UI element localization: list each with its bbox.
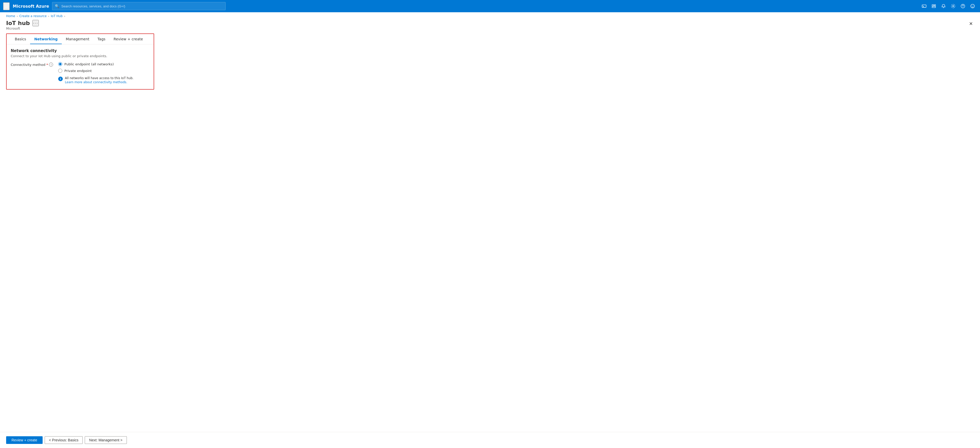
svg-rect-1 <box>932 5 934 6</box>
svg-point-9 <box>973 6 974 6</box>
svg-point-8 <box>972 6 972 6</box>
notifications-button[interactable] <box>939 2 948 10</box>
radio-input-private[interactable] <box>58 69 62 73</box>
breadcrumb-sep-3: › <box>64 14 65 18</box>
radio-label-public: Public endpoint (all networks) <box>64 62 114 66</box>
page-header-left: IoT hub ··· Microsoft <box>6 20 39 30</box>
radio-input-public[interactable] <box>58 62 62 66</box>
networking-panel: Basics Networking Management Tags Review… <box>6 33 154 89</box>
tab-management[interactable]: Management <box>62 34 94 44</box>
search-input[interactable] <box>61 4 223 8</box>
svg-point-6 <box>963 7 963 8</box>
tab-review-create[interactable]: Review + create <box>110 34 147 44</box>
page-header: IoT hub ··· Microsoft ✕ <box>0 19 980 32</box>
topbar: ☰ Microsoft Azure 🔍 <box>0 0 980 12</box>
breadcrumb-iot-hub: IoT Hub <box>51 14 62 18</box>
section-title: Network connectivity <box>11 48 150 53</box>
directory-button[interactable] <box>929 2 938 10</box>
cloud-shell-button[interactable] <box>920 2 928 10</box>
next-button[interactable]: Next: Management > <box>85 436 127 444</box>
close-button[interactable]: ✕ <box>968 20 974 27</box>
svg-rect-2 <box>932 6 935 8</box>
previous-button[interactable]: < Previous: Basics <box>45 436 83 444</box>
form-label-connectivity: Connectivity method * i <box>11 62 53 67</box>
feedback-button[interactable] <box>968 2 977 10</box>
info-link-learn-more[interactable]: Learn more about connectivity methods. <box>65 80 134 84</box>
review-create-button[interactable]: Review + create <box>6 436 43 444</box>
breadcrumb-sep-2: › <box>48 14 49 18</box>
page-title: IoT hub <box>6 20 30 26</box>
bottom-bar: Review + create < Previous: Basics Next:… <box>0 432 980 448</box>
form-label-text: Connectivity method <box>11 63 45 67</box>
info-circle-icon: i <box>58 77 63 81</box>
main-content: Basics Networking Management Tags Review… <box>0 32 980 432</box>
radio-group-connectivity: Public endpoint (all networks) Private e… <box>58 62 134 84</box>
settings-button[interactable] <box>949 2 958 10</box>
search-bar: 🔍 <box>52 2 226 10</box>
search-icon: 🔍 <box>55 4 59 8</box>
info-message: i All networks will have access to this … <box>58 77 134 84</box>
connectivity-method-row: Connectivity method * i Public endpoint … <box>11 62 150 84</box>
svg-rect-0 <box>922 5 926 7</box>
required-star: * <box>46 63 48 67</box>
breadcrumb-sep-1: › <box>17 14 18 18</box>
topbar-icons <box>920 2 977 10</box>
info-text-block: All networks will have access to this Io… <box>65 77 134 84</box>
breadcrumb-create-resource[interactable]: Create a resource <box>19 14 47 18</box>
radio-public-endpoint[interactable]: Public endpoint (all networks) <box>58 62 134 66</box>
section-desc: Connect to your Iot Hub using public or … <box>11 54 150 58</box>
radio-private-endpoint[interactable]: Private endpoint <box>58 69 134 73</box>
svg-point-7 <box>971 4 975 8</box>
help-button[interactable] <box>959 2 967 10</box>
tabs-bar: Basics Networking Management Tags Review… <box>6 34 154 45</box>
section-content: Network connectivity Connect to your Iot… <box>6 45 154 89</box>
svg-point-4 <box>953 6 954 7</box>
breadcrumb-home[interactable]: Home <box>6 14 15 18</box>
svg-rect-3 <box>934 5 935 6</box>
more-options-button[interactable]: ··· <box>32 20 39 26</box>
hamburger-menu-button[interactable]: ☰ <box>3 2 10 10</box>
info-text-main: All networks will have access to this Io… <box>65 77 134 80</box>
page-subtitle: Microsoft <box>6 27 39 30</box>
tab-basics[interactable]: Basics <box>11 34 30 44</box>
tab-networking[interactable]: Networking <box>30 34 62 44</box>
page-title-row: IoT hub ··· <box>6 20 39 26</box>
radio-label-private: Private endpoint <box>64 69 92 73</box>
breadcrumb: Home › Create a resource › IoT Hub › <box>0 12 980 19</box>
azure-brand: Microsoft Azure <box>13 4 49 9</box>
tab-tags[interactable]: Tags <box>94 34 110 44</box>
info-icon-connectivity[interactable]: i <box>49 62 53 67</box>
